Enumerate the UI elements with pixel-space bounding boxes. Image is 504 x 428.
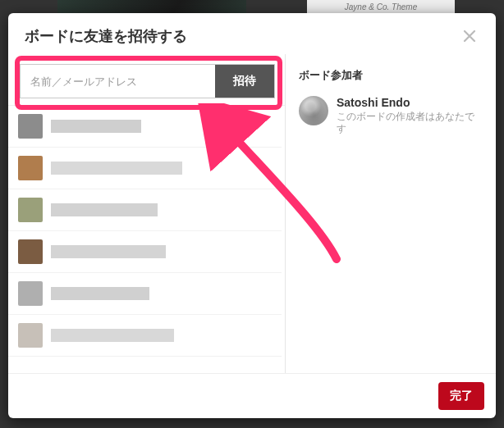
obscured-name — [51, 287, 149, 300]
participants-heading: ボード参加者 — [299, 69, 483, 83]
obscured-name — [51, 203, 158, 216]
invite-input-row: 招待 — [20, 64, 275, 98]
list-item[interactable] — [8, 231, 282, 273]
list-item[interactable] — [8, 189, 282, 231]
list-item[interactable] — [8, 315, 282, 357]
avatar — [18, 198, 43, 222]
participants-column: ボード参加者 Satoshi Endo このボードの作成者はあなたです — [286, 54, 496, 373]
avatar — [18, 156, 43, 180]
invite-button[interactable]: 招待 — [215, 65, 274, 98]
invite-search-input[interactable] — [21, 65, 215, 98]
modal-body: 招待 — [8, 54, 496, 373]
obscured-name — [51, 120, 141, 133]
participant-name: Satoshi Endo — [337, 96, 483, 109]
obscured-name — [51, 162, 182, 175]
close-icon — [462, 29, 477, 43]
list-item[interactable] — [8, 148, 282, 189]
close-button[interactable] — [460, 26, 479, 46]
participant-subtitle: このボードの作成者はあなたです — [337, 111, 483, 135]
participant-row: Satoshi Endo このボードの作成者はあなたです — [299, 96, 483, 135]
avatar — [18, 239, 43, 264]
list-item[interactable] — [8, 106, 282, 148]
suggestion-list[interactable] — [8, 105, 285, 373]
modal-footer: 完了 — [8, 373, 496, 418]
avatar — [18, 114, 43, 139]
modal-header: ボードに友達を招待する — [8, 13, 496, 54]
avatar — [299, 96, 328, 125]
list-item[interactable] — [8, 273, 282, 315]
invite-modal: ボードに友達を招待する 招待 — [8, 13, 496, 418]
obscured-name — [51, 329, 174, 342]
obscured-name — [51, 245, 166, 258]
done-button[interactable]: 完了 — [438, 382, 484, 410]
invite-left-column: 招待 — [8, 54, 286, 373]
avatar — [18, 323, 43, 348]
avatar — [18, 281, 43, 306]
modal-title: ボードに友達を招待する — [25, 26, 187, 46]
